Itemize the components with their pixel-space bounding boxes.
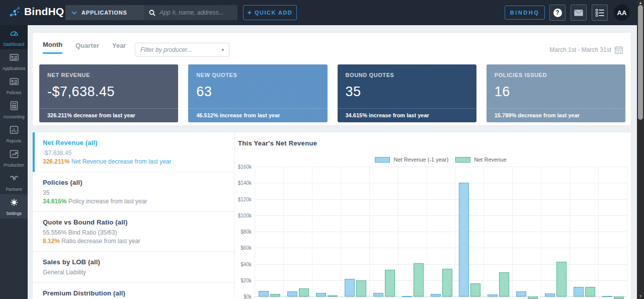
bar-prev-year-3[interactable] [316, 293, 326, 296]
sidebar-item-settings[interactable]: Settings [0, 194, 28, 218]
bar-prev-year-8[interactable] [459, 183, 469, 296]
legend-item: Net Revenue [455, 157, 506, 163]
sidebar-item-label: Applications [3, 66, 26, 71]
metric-value: General Liability [43, 269, 224, 276]
scrollbar-thumb[interactable] [638, 5, 643, 120]
metric-change-pct: 8.12% [43, 238, 60, 245]
stat-cards-row: NET REVENUE-$7,638.45326.211% decrease f… [39, 64, 625, 122]
bindhq-logo[interactable]: BindHQ [9, 5, 64, 18]
scroll-up-arrow[interactable]: ▲ [637, 1, 644, 5]
bindhq-button-label: BINDHQ [510, 10, 539, 16]
bar-current-2[interactable] [299, 288, 309, 296]
checklist-icon [596, 9, 604, 17]
v-gridline [455, 167, 455, 296]
global-search[interactable] [144, 5, 237, 20]
bar-current-13[interactable] [614, 296, 624, 299]
sidebar-item-applications[interactable]: Applications [0, 49, 28, 73]
vertical-scrollbar[interactable]: ▲ ▼ [637, 0, 644, 299]
bar-current-7[interactable] [442, 269, 452, 296]
quick-add-label: QUICK ADD [255, 10, 292, 16]
bar-current-10[interactable] [528, 296, 538, 299]
h-gridline [255, 264, 627, 265]
bar-current-5[interactable] [385, 270, 395, 296]
tasks-button[interactable] [592, 5, 608, 21]
period-tabs: MonthQuarterYear [43, 41, 139, 54]
metric-item-net-revenue-all[interactable]: Net Revenue (all)-$7,638.45326.211% Net … [33, 132, 234, 172]
bar-prev-year-7[interactable] [431, 294, 441, 296]
metric-value: 55.556% Bind Ratio (35/63) [43, 229, 224, 236]
bar-current-12[interactable] [585, 287, 595, 296]
calculator-icon [9, 101, 19, 113]
date-range-picker[interactable]: March 1st - March 31st [549, 46, 623, 54]
bar-prev-year-9[interactable] [488, 294, 498, 296]
bar-current-1[interactable] [270, 294, 280, 296]
metric-item-quote-vs-bound-ratio-all[interactable]: Quote vs Bound Ratio (all)55.556% Bind R… [33, 212, 234, 252]
envelope-icon [574, 10, 583, 16]
stat-card-label: NET REVENUE [39, 64, 178, 78]
h-gridline [255, 248, 627, 248]
metric-item-policies-all[interactable]: Policies (all)3534.615% Policy increase … [33, 172, 234, 212]
bar-prev-year-1[interactable] [259, 291, 269, 296]
id-card-icon [9, 52, 19, 64]
bar-current-9[interactable] [499, 272, 509, 296]
applications-dropdown[interactable]: APPLICATIONS [65, 5, 144, 20]
bar-prev-year-4[interactable] [345, 279, 355, 296]
stat-card-footer: 326.211% decrease from last year [39, 108, 178, 122]
bar-prev-year-10[interactable] [516, 291, 526, 296]
metric-title: Quote vs Bound Ratio (all) [43, 218, 224, 226]
metric-title: Premium Distribution (all) [43, 289, 224, 297]
metric-change-text: Net Revenue decrease from last year [69, 158, 171, 165]
v-gridline [427, 167, 427, 296]
h-gridline [255, 280, 627, 281]
quick-add-button[interactable]: + QUICK ADD [243, 5, 297, 20]
bar-prev-year-11[interactable] [545, 293, 555, 296]
bar-prev-year-5[interactable] [373, 293, 383, 296]
metric-change-pct: 326.211% [43, 158, 69, 165]
metric-change-text: Ratio decrease from last year [60, 238, 140, 245]
y-axis-tick: $0k [226, 294, 252, 299]
v-gridline [369, 167, 370, 296]
bar-prev-year-13[interactable] [602, 296, 612, 297]
bar-prev-year-2[interactable] [287, 291, 297, 296]
producer-filter-placeholder: Filter by producer... [140, 46, 192, 53]
y-axis-tick: $140k [226, 180, 252, 186]
metric-change: 34.615% Policy increase from last year [43, 198, 224, 205]
v-gridline [627, 167, 627, 296]
sidebar-item-production[interactable]: Production [0, 146, 28, 170]
help-button[interactable]: ? [549, 5, 566, 21]
bar-current-3[interactable] [328, 295, 338, 296]
bar-current-4[interactable] [356, 280, 366, 296]
tab-quarter[interactable]: Quarter [75, 42, 99, 53]
sidebar-item-reports[interactable]: Reports [0, 122, 28, 146]
h-gridline [255, 183, 627, 183]
sidebar-item-dashboard[interactable]: Dashboard [0, 25, 28, 49]
bar-prev-year-6[interactable] [402, 296, 412, 297]
v-gridline [570, 167, 570, 296]
bar-current-6[interactable] [414, 263, 424, 296]
tab-month[interactable]: Month [43, 41, 62, 54]
sidebar-item-policies[interactable]: Policies [0, 73, 28, 98]
bar-current-8[interactable] [470, 283, 480, 296]
y-axis-tick: $60k [226, 245, 252, 251]
search-input[interactable] [159, 9, 230, 16]
producer-filter-select[interactable]: Filter by producer... ▾ [135, 43, 229, 57]
metric-item-premium-distribution-all[interactable]: Premium Distribution (all)$0.00 - $4,999… [33, 283, 234, 299]
stat-card-value: 63 [188, 78, 327, 100]
scroll-down-arrow[interactable]: ▼ [637, 294, 644, 298]
messages-button[interactable] [571, 5, 587, 21]
metric-value: 35 [43, 189, 224, 196]
tab-year[interactable]: Year [112, 42, 126, 53]
metric-title: Policies (all) [43, 179, 224, 186]
y-axis-tick: $40k [226, 262, 252, 267]
sidebar-item-label: Accounting [3, 114, 24, 119]
user-avatar[interactable]: AA [614, 5, 630, 21]
sidebar-item-partners[interactable]: Partners [0, 170, 28, 194]
bar-prev-year-12[interactable] [574, 287, 584, 296]
chart-title: This Year's Net Revenue [238, 139, 317, 147]
bar-current-11[interactable] [556, 262, 567, 296]
stat-card-value: -$7,638.45 [39, 78, 178, 100]
sidebar-item-accounting[interactable]: Accounting [0, 98, 28, 122]
bindhq-button[interactable]: BINDHQ [505, 6, 545, 20]
metric-item-sales-by-lob-all[interactable]: Sales by LOB (all)General Liability [33, 252, 234, 283]
metric-value: -$7,638.45 [43, 150, 224, 157]
